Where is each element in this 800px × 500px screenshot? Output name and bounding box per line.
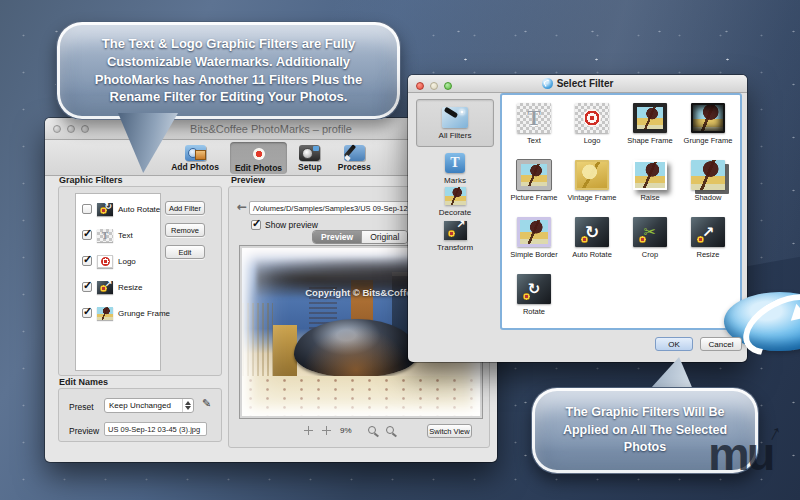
filter-list[interactable]: Auto Rotate ✓ Text ✓ Logo ✓ Resize	[75, 193, 161, 371]
zoom-level: 9%	[340, 426, 352, 435]
filter-cell-shape-frame[interactable]: Shape Frame	[621, 103, 679, 160]
remove-filter-button[interactable]: Remove	[165, 223, 205, 237]
filter-cell-grunge-frame[interactable]: Grunge Frame	[679, 103, 737, 160]
window-title: Bits&Coffee PhotoMarks – profile	[190, 123, 352, 135]
add-photos-icon	[185, 145, 206, 161]
switch-view-button[interactable]: Switch View	[427, 424, 472, 438]
decorate-icon	[445, 187, 466, 205]
rotate-icon	[517, 274, 551, 304]
filter-cell-logo[interactable]: Logo	[563, 103, 621, 160]
toolbar-edit-photos[interactable]: Edit Photos	[230, 142, 287, 174]
filter-cell-text[interactable]: Text	[505, 103, 563, 160]
plaza-ground	[242, 376, 480, 416]
graphic-filters-title: Graphic Filters	[59, 175, 123, 185]
edit-photos-icon	[249, 144, 267, 162]
shape-frame-icon	[633, 103, 667, 133]
add-filter-button[interactable]: Add Filter	[165, 201, 205, 215]
ok-button[interactable]: OK	[655, 337, 693, 351]
select-filter-dialog: Select Filter All Filters Marks Decorate…	[408, 75, 747, 362]
auto-rotate-icon	[575, 217, 609, 247]
cancel-button[interactable]: Cancel	[700, 337, 742, 351]
toolbar-process[interactable]: Process	[333, 143, 376, 173]
filter-grid: Text Logo Shape Frame Grunge Frame Pictu…	[505, 98, 737, 325]
checkbox[interactable]: ✓	[82, 282, 92, 292]
top-callout-text: The Text & Logo Graphic Filters are Full…	[81, 35, 376, 105]
show-preview-checkbox[interactable]: ✓ Show preview	[251, 220, 318, 230]
setup-icon	[299, 145, 320, 161]
preset-label: Preset	[69, 402, 94, 412]
zoom-in-icon[interactable]	[368, 426, 376, 434]
dialog-titlebar[interactable]: Select Filter	[408, 75, 747, 93]
simple-border-icon	[517, 217, 551, 247]
dialog-title: Select Filter	[557, 78, 614, 89]
edit-filter-button[interactable]: Edit	[165, 245, 205, 259]
list-item-resize[interactable]: ✓ Resize	[82, 277, 160, 297]
edit-preset-icon[interactable]: ✎	[202, 397, 211, 410]
sidebar-item-decorate[interactable]: Decorate	[416, 187, 494, 217]
list-item-text[interactable]: ✓ Text	[82, 225, 160, 245]
minimize-button[interactable]	[67, 125, 75, 133]
fit-image-icon[interactable]	[322, 426, 331, 435]
back-arrow-icon[interactable]: ←	[237, 200, 247, 214]
center-image-icon[interactable]	[304, 426, 313, 435]
filter-cell-vintage-frame[interactable]: Vintage Frame	[563, 160, 621, 217]
preset-dropdown[interactable]: Keep Unchanged	[104, 398, 194, 413]
zoom-out-icon[interactable]	[386, 426, 394, 434]
filter-cell-crop[interactable]: Crop	[621, 217, 679, 274]
text-icon	[517, 103, 551, 133]
window-controls	[416, 82, 452, 90]
logo-icon	[575, 103, 609, 133]
preview-controls: 9% Switch View	[229, 424, 489, 438]
filter-cell-picture-frame[interactable]: Picture Frame	[505, 160, 563, 217]
zoom-button[interactable]	[81, 125, 89, 133]
close-button[interactable]	[416, 82, 424, 90]
all-filters-icon	[442, 107, 468, 128]
macupdate-logo: mu	[708, 430, 773, 477]
auto-rotate-photo-icon	[97, 203, 113, 216]
window-controls	[53, 125, 89, 133]
raise-icon	[633, 160, 667, 190]
toolbar-add-photos[interactable]: Add Photos	[166, 143, 224, 173]
close-button[interactable]	[53, 125, 61, 133]
filter-cell-auto-rotate[interactable]: Auto Rotate	[563, 217, 621, 274]
logo-filter-icon	[97, 255, 113, 268]
grunge-frame-icon	[691, 103, 725, 133]
shadow-icon	[691, 160, 725, 190]
process-icon	[344, 145, 365, 161]
resize-photo-icon	[97, 281, 113, 294]
top-callout: The Text & Logo Graphic Filters are Full…	[56, 21, 401, 120]
filter-cell-raise[interactable]: Raise	[621, 160, 679, 217]
preview-panel-title: Preview	[231, 175, 265, 185]
list-item-logo[interactable]: ✓ Logo	[82, 251, 160, 271]
transform-icon	[444, 221, 467, 240]
checkbox[interactable]: ✓	[82, 230, 92, 240]
minimize-button[interactable]	[430, 82, 438, 90]
sidebar-item-marks[interactable]: Marks	[416, 153, 494, 185]
tab-original[interactable]: Original	[361, 231, 407, 243]
text-filter-icon	[97, 229, 113, 242]
checkbox[interactable]	[82, 204, 92, 214]
crop-icon	[633, 217, 667, 247]
sidebar-item-all-filters[interactable]: All Filters	[416, 99, 494, 147]
filter-cell-shadow[interactable]: Shadow	[679, 160, 737, 217]
toolbar-setup[interactable]: Setup	[293, 143, 327, 173]
filter-grid-panel: Text Logo Shape Frame Grunge Frame Pictu…	[500, 93, 742, 330]
list-item-auto-rotate[interactable]: Auto Rotate	[82, 199, 160, 219]
zoom-button[interactable]	[444, 82, 452, 90]
filter-cell-rotate[interactable]: Rotate	[505, 274, 563, 331]
list-item-grunge-frame[interactable]: ✓ Grunge Frame	[82, 303, 160, 323]
edit-names-group: Preset Keep Unchanged ✎ Preview US 09-Se…	[58, 388, 222, 442]
checkbox[interactable]: ✓	[82, 256, 92, 266]
sidebar-item-transform[interactable]: Transform	[416, 221, 494, 252]
resize-icon	[691, 217, 725, 247]
tab-preview[interactable]: Preview	[313, 231, 361, 243]
edit-names-title: Edit Names	[59, 377, 108, 387]
name-preview-field[interactable]: US 09-Sep-12 03-45 (3).jpg	[104, 422, 207, 436]
marks-icon	[445, 153, 465, 173]
graphic-filters-group: Auto Rotate ✓ Text ✓ Logo ✓ Resize	[58, 186, 222, 376]
preview-original-tabs: Preview Original	[312, 230, 408, 244]
filter-cell-simple-border[interactable]: Simple Border	[505, 217, 563, 274]
checkbox[interactable]: ✓	[251, 220, 261, 230]
filter-cell-resize[interactable]: Resize	[679, 217, 737, 274]
checkbox[interactable]: ✓	[82, 308, 92, 318]
